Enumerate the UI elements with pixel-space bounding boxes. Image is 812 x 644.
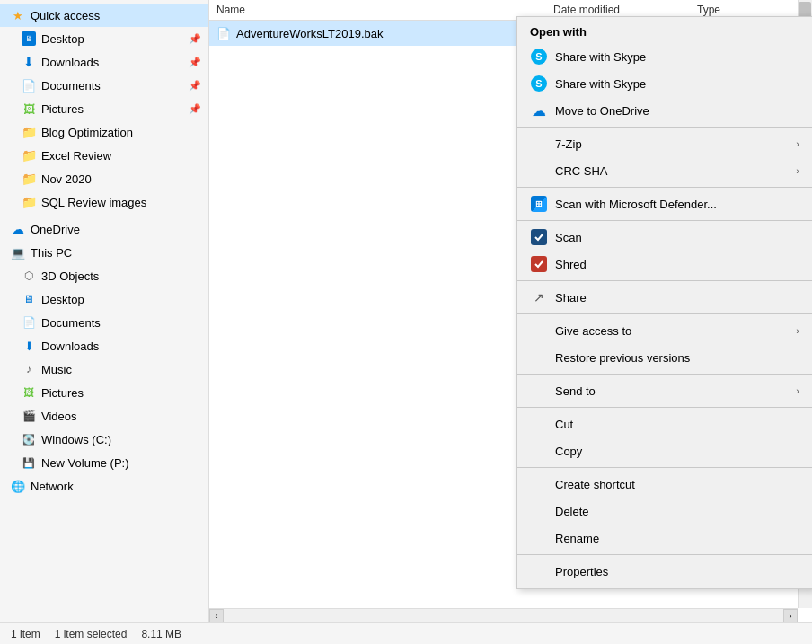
share-icon: ↗: [530, 288, 548, 306]
sidebar-item-downloads-qa[interactable]: ⬇ Downloads 📌: [0, 50, 208, 74]
sidebar-item-onedrive[interactable]: ☁ OneDrive: [0, 217, 208, 241]
ctx-label-give-access: Give access to: [555, 324, 789, 338]
ctx-divider-1: [517, 127, 812, 128]
sidebar-item-network[interactable]: 🌐 Network: [0, 474, 208, 498]
column-type[interactable]: Type: [697, 4, 805, 16]
ctx-open-with-header: Open with: [517, 21, 812, 43]
folder-icon-blog: 📁: [22, 125, 36, 139]
ctx-label-cut: Cut: [555, 418, 799, 431]
pin-icon-desktop: 📌: [189, 33, 201, 45]
ctx-label-properties: Properties: [555, 565, 799, 578]
sidebar-label-thispc: This PC: [31, 246, 201, 260]
sidebar-item-sql-review[interactable]: 📁 SQL Review images: [0, 190, 208, 214]
downloads-icon-qa: ⬇: [22, 55, 36, 69]
restore-icon: [530, 348, 548, 366]
ctx-divider-7: [517, 407, 812, 408]
scan-icon: [530, 228, 548, 246]
sidebar-item-blog-opt[interactable]: 📁 Blog Optimization: [0, 120, 208, 144]
ctx-copy[interactable]: Copy: [517, 437, 812, 464]
chevron-give-access: ›: [796, 325, 799, 336]
ctx-divider-6: [517, 374, 812, 375]
sidebar-item-pictures-qa[interactable]: 🖼 Pictures 📌: [0, 97, 208, 120]
chevron-crcsha: ›: [796, 165, 799, 176]
ctx-move-onedrive[interactable]: ☁ Move to OneDrive: [517, 97, 812, 124]
pin-icon-pictures: 📌: [189, 103, 201, 115]
sidebar-label-pictures-qa: Pictures: [41, 102, 183, 116]
ctx-scan-defender[interactable]: ⊞ Scan with Microsoft Defender...: [517, 190, 812, 217]
ctx-share-skype-1[interactable]: S Share with Skype: [517, 43, 812, 70]
ctx-restore-versions[interactable]: Restore previous versions: [517, 344, 812, 371]
ctx-label-move-onedrive: Move to OneDrive: [555, 104, 799, 118]
sidebar-label-new-volume: New Volume (P:): [41, 456, 201, 470]
ctx-shred[interactable]: Shred: [517, 251, 812, 278]
ctx-label-scan-defender: Scan with Microsoft Defender...: [555, 198, 799, 211]
sidebar-item-desktop[interactable]: 🖥 Desktop 📌: [0, 27, 208, 50]
sidebar-label-downloads-pc: Downloads: [41, 340, 201, 353]
sidebar-item-thispc[interactable]: 💻 This PC: [0, 241, 208, 264]
sidebar-item-new-volume[interactable]: 💾 New Volume (P:): [0, 451, 208, 474]
ctx-label-copy: Copy: [555, 445, 799, 458]
rename-icon: [530, 529, 548, 547]
pin-icon-documents: 📌: [189, 80, 201, 92]
star-icon: ★: [11, 8, 25, 22]
ctx-send-to[interactable]: Send to ›: [517, 377, 812, 404]
sidebar-label-desktop: Desktop: [41, 32, 183, 46]
sidebar-item-excel-review[interactable]: 📁 Excel Review: [0, 144, 208, 167]
sidebar-item-windows-c[interactable]: 💽 Windows (C:): [0, 428, 208, 451]
sidebar-label-videos: Videos: [41, 410, 201, 423]
sidebar-item-documents-pc[interactable]: 📄 Documents: [0, 311, 208, 334]
sidebar-item-3dobjects[interactable]: ⬡ 3D Objects: [0, 264, 208, 287]
3dobjects-icon: ⬡: [22, 269, 36, 283]
column-name[interactable]: Name: [216, 4, 553, 16]
sidebar-item-music[interactable]: ♪ Music: [0, 357, 208, 381]
create-shortcut-icon: [530, 475, 548, 493]
sidebar-item-downloads-pc[interactable]: ⬇ Downloads: [0, 334, 208, 357]
ctx-give-access[interactable]: Give access to ›: [517, 317, 812, 344]
ctx-share[interactable]: ↗ Share: [517, 284, 812, 311]
h-scrollbar: ‹ ›: [209, 608, 798, 622]
ctx-label-crcsha: CRC SHA: [555, 164, 789, 178]
ctx-scan[interactable]: Scan: [517, 224, 812, 251]
skype-icon-1: S: [530, 48, 548, 66]
sidebar-label-pictures-pc: Pictures: [41, 386, 201, 400]
status-selected: 1 item selected: [55, 628, 128, 640]
ctx-create-shortcut[interactable]: Create shortcut: [517, 471, 812, 498]
shred-icon: [530, 255, 548, 273]
scroll-right-btn[interactable]: ›: [783, 609, 798, 623]
status-size: 8.11 MB: [141, 628, 181, 640]
ctx-7zip[interactable]: 7-Zip ›: [517, 130, 812, 157]
videos-icon: 🎬: [22, 409, 36, 423]
sidebar-item-pictures-pc[interactable]: 🖼 Pictures: [0, 381, 208, 404]
ctx-divider-4: [517, 280, 812, 281]
sidebar-item-quick-access[interactable]: ★ Quick access: [0, 4, 208, 27]
status-item-count: 1 item: [11, 628, 40, 640]
onedrive-ctx-icon: ☁: [530, 101, 548, 119]
properties-icon: [530, 562, 548, 580]
ctx-crcsha[interactable]: CRC SHA ›: [517, 157, 812, 184]
context-menu: Open with S Share with Skype S Share wit…: [516, 16, 812, 589]
sidebar-item-nov-2020[interactable]: 📁 Nov 2020: [0, 167, 208, 190]
sidebar-item-desktop-pc[interactable]: 🖥 Desktop: [0, 287, 208, 311]
ctx-delete[interactable]: Delete: [517, 498, 812, 525]
column-date[interactable]: Date modified: [553, 4, 697, 16]
sidebar-item-videos[interactable]: 🎬 Videos: [0, 404, 208, 428]
pictures-pc-icon: 🖼: [22, 385, 36, 400]
file-bak-icon: 📄: [216, 27, 233, 40]
main-container: ★ Quick access 🖥 Desktop 📌 ⬇ Downloads 📌…: [0, 0, 812, 622]
sidebar-label-blog-opt: Blog Optimization: [41, 126, 201, 139]
folder-icon-nov: 📁: [22, 172, 36, 186]
sidebar-item-documents-qa[interactable]: 📄 Documents 📌: [0, 74, 208, 97]
sidebar-label-downloads-qa: Downloads: [41, 56, 183, 69]
ctx-label-share: Share: [555, 291, 799, 304]
scroll-left-btn[interactable]: ‹: [209, 609, 224, 623]
ctx-label-scan: Scan: [555, 231, 799, 244]
ctx-label-rename: Rename: [555, 532, 799, 545]
pin-icon-downloads: 📌: [189, 57, 201, 68]
give-access-icon: [530, 322, 548, 340]
ctx-share-skype-2[interactable]: S Share with Skype: [517, 70, 812, 97]
ctx-divider-5: [517, 313, 812, 314]
ctx-label-share-skype-2: Share with Skype: [555, 77, 799, 91]
ctx-properties[interactable]: Properties: [517, 558, 812, 585]
ctx-rename[interactable]: Rename: [517, 525, 812, 551]
ctx-cut[interactable]: Cut: [517, 410, 812, 437]
